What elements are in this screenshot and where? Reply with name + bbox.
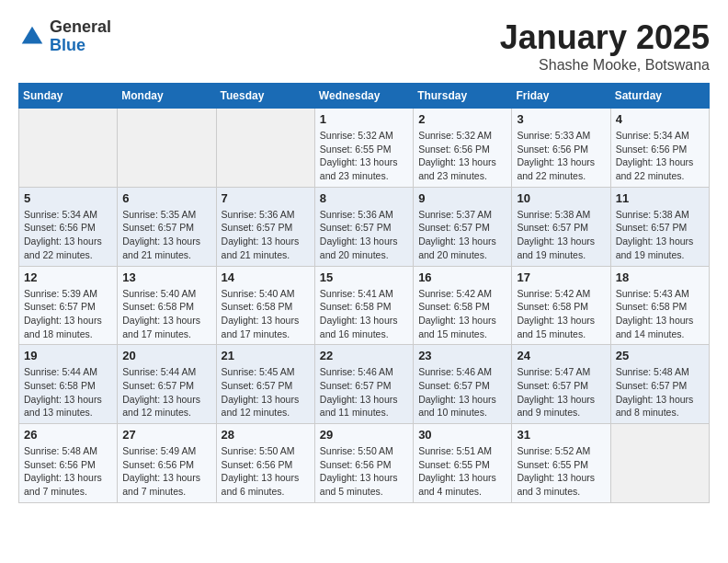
day-cell: 8Sunrise: 5:36 AM Sunset: 6:57 PM Daylig… [314, 187, 413, 266]
day-info: Sunrise: 5:41 AM Sunset: 6:58 PM Dayligh… [320, 287, 408, 341]
calendar-subtitle: Shashe Mooke, Botswana [500, 57, 710, 74]
day-number: 5 [24, 191, 112, 205]
day-cell: 29Sunrise: 5:50 AM Sunset: 6:56 PM Dayli… [314, 424, 413, 503]
day-cell: 1Sunrise: 5:32 AM Sunset: 6:55 PM Daylig… [314, 109, 413, 188]
day-info: Sunrise: 5:52 AM Sunset: 6:55 PM Dayligh… [517, 444, 605, 499]
day-info: Sunrise: 5:43 AM Sunset: 6:58 PM Dayligh… [616, 287, 704, 341]
day-info: Sunrise: 5:36 AM Sunset: 6:57 PM Dayligh… [222, 208, 310, 262]
day-number: 16 [418, 270, 506, 284]
day-number: 3 [517, 112, 605, 126]
day-cell: 6Sunrise: 5:35 AM Sunset: 6:57 PM Daylig… [118, 187, 216, 266]
page-header: General Blue January 2025 Shashe Mooke, … [18, 18, 710, 74]
day-cell: 28Sunrise: 5:50 AM Sunset: 6:56 PM Dayli… [216, 424, 314, 503]
header-cell-sunday: Sunday [19, 84, 118, 109]
day-number: 9 [418, 191, 506, 205]
day-info: Sunrise: 5:42 AM Sunset: 6:58 PM Dayligh… [418, 287, 506, 341]
day-number: 7 [222, 191, 310, 205]
day-info: Sunrise: 5:46 AM Sunset: 6:57 PM Dayligh… [418, 365, 506, 419]
day-number: 28 [222, 428, 310, 442]
logo-general: General [50, 17, 111, 36]
day-info: Sunrise: 5:46 AM Sunset: 6:57 PM Dayligh… [320, 365, 408, 419]
day-cell: 25Sunrise: 5:48 AM Sunset: 6:57 PM Dayli… [610, 345, 709, 424]
day-cell: 12Sunrise: 5:39 AM Sunset: 6:57 PM Dayli… [19, 266, 118, 345]
day-cell: 14Sunrise: 5:40 AM Sunset: 6:58 PM Dayli… [216, 266, 314, 345]
calendar-header: SundayMondayTuesdayWednesdayThursdayFrid… [19, 84, 710, 109]
day-cell: 10Sunrise: 5:38 AM Sunset: 6:57 PM Dayli… [512, 187, 610, 266]
day-info: Sunrise: 5:32 AM Sunset: 6:56 PM Dayligh… [418, 129, 506, 183]
week-row-4: 26Sunrise: 5:48 AM Sunset: 6:56 PM Dayli… [19, 424, 710, 503]
day-info: Sunrise: 5:50 AM Sunset: 6:56 PM Dayligh… [222, 444, 310, 499]
day-info: Sunrise: 5:48 AM Sunset: 6:56 PM Dayligh… [24, 444, 112, 499]
day-info: Sunrise: 5:44 AM Sunset: 6:58 PM Dayligh… [24, 365, 112, 419]
day-cell: 30Sunrise: 5:51 AM Sunset: 6:55 PM Dayli… [414, 424, 512, 503]
day-cell [118, 109, 216, 188]
day-info: Sunrise: 5:39 AM Sunset: 6:57 PM Dayligh… [24, 287, 112, 341]
calendar-body: 1Sunrise: 5:32 AM Sunset: 6:55 PM Daylig… [19, 109, 710, 503]
day-cell: 3Sunrise: 5:33 AM Sunset: 6:56 PM Daylig… [512, 109, 610, 188]
day-number: 24 [517, 349, 605, 362]
svg-marker-0 [22, 27, 43, 44]
title-block: January 2025 Shashe Mooke, Botswana [500, 18, 710, 74]
day-number: 15 [320, 270, 408, 284]
logo-text: General Blue [50, 18, 111, 55]
day-info: Sunrise: 5:50 AM Sunset: 6:56 PM Dayligh… [320, 444, 408, 499]
day-number: 12 [24, 270, 112, 284]
day-info: Sunrise: 5:40 AM Sunset: 6:58 PM Dayligh… [122, 287, 210, 341]
day-cell: 11Sunrise: 5:38 AM Sunset: 6:57 PM Dayli… [610, 187, 709, 266]
day-number: 2 [418, 112, 506, 126]
day-number: 11 [616, 191, 704, 205]
day-number: 13 [122, 270, 210, 284]
day-number: 30 [418, 428, 506, 442]
day-cell: 20Sunrise: 5:44 AM Sunset: 6:57 PM Dayli… [118, 345, 216, 424]
day-cell: 16Sunrise: 5:42 AM Sunset: 6:58 PM Dayli… [414, 266, 512, 345]
day-cell: 5Sunrise: 5:34 AM Sunset: 6:56 PM Daylig… [19, 187, 118, 266]
day-info: Sunrise: 5:37 AM Sunset: 6:57 PM Dayligh… [418, 208, 506, 262]
day-info: Sunrise: 5:42 AM Sunset: 6:58 PM Dayligh… [517, 287, 605, 341]
day-cell: 27Sunrise: 5:49 AM Sunset: 6:56 PM Dayli… [118, 424, 216, 503]
week-row-1: 5Sunrise: 5:34 AM Sunset: 6:56 PM Daylig… [19, 187, 710, 266]
day-cell: 4Sunrise: 5:34 AM Sunset: 6:56 PM Daylig… [610, 109, 709, 188]
day-info: Sunrise: 5:38 AM Sunset: 6:57 PM Dayligh… [616, 208, 704, 262]
logo-icon [18, 23, 46, 51]
week-row-3: 19Sunrise: 5:44 AM Sunset: 6:58 PM Dayli… [19, 345, 710, 424]
header-cell-tuesday: Tuesday [216, 84, 314, 109]
day-info: Sunrise: 5:32 AM Sunset: 6:55 PM Dayligh… [320, 129, 408, 183]
day-cell: 26Sunrise: 5:48 AM Sunset: 6:56 PM Dayli… [19, 424, 118, 503]
day-info: Sunrise: 5:40 AM Sunset: 6:58 PM Dayligh… [222, 287, 310, 341]
day-info: Sunrise: 5:44 AM Sunset: 6:57 PM Dayligh… [122, 365, 210, 419]
day-number: 6 [122, 191, 210, 205]
day-info: Sunrise: 5:51 AM Sunset: 6:55 PM Dayligh… [418, 444, 506, 499]
day-cell [216, 109, 314, 188]
header-cell-friday: Friday [512, 84, 610, 109]
day-cell: 21Sunrise: 5:45 AM Sunset: 6:57 PM Dayli… [216, 345, 314, 424]
header-cell-wednesday: Wednesday [314, 84, 413, 109]
day-number: 27 [122, 428, 210, 442]
day-cell: 23Sunrise: 5:46 AM Sunset: 6:57 PM Dayli… [414, 345, 512, 424]
day-info: Sunrise: 5:34 AM Sunset: 6:56 PM Dayligh… [24, 208, 112, 262]
day-info: Sunrise: 5:33 AM Sunset: 6:56 PM Dayligh… [517, 129, 605, 183]
day-number: 19 [24, 349, 112, 362]
day-info: Sunrise: 5:45 AM Sunset: 6:57 PM Dayligh… [222, 365, 310, 419]
day-info: Sunrise: 5:36 AM Sunset: 6:57 PM Dayligh… [320, 208, 408, 262]
day-number: 18 [616, 270, 704, 284]
day-number: 20 [122, 349, 210, 362]
day-info: Sunrise: 5:47 AM Sunset: 6:57 PM Dayligh… [517, 365, 605, 419]
day-number: 8 [320, 191, 408, 205]
day-cell [19, 109, 118, 188]
day-info: Sunrise: 5:38 AM Sunset: 6:57 PM Dayligh… [517, 208, 605, 262]
day-number: 21 [222, 349, 310, 362]
day-cell: 13Sunrise: 5:40 AM Sunset: 6:58 PM Dayli… [118, 266, 216, 345]
day-number: 23 [418, 349, 506, 362]
day-number: 17 [517, 270, 605, 284]
day-info: Sunrise: 5:48 AM Sunset: 6:57 PM Dayligh… [616, 365, 704, 419]
week-row-0: 1Sunrise: 5:32 AM Sunset: 6:55 PM Daylig… [19, 109, 710, 188]
day-info: Sunrise: 5:49 AM Sunset: 6:56 PM Dayligh… [122, 444, 210, 499]
logo-blue: Blue [50, 36, 85, 54]
header-row: SundayMondayTuesdayWednesdayThursdayFrid… [19, 84, 710, 109]
day-cell: 22Sunrise: 5:46 AM Sunset: 6:57 PM Dayli… [314, 345, 413, 424]
day-cell: 2Sunrise: 5:32 AM Sunset: 6:56 PM Daylig… [414, 109, 512, 188]
day-cell: 19Sunrise: 5:44 AM Sunset: 6:58 PM Dayli… [19, 345, 118, 424]
calendar-title: January 2025 [500, 18, 710, 57]
day-cell: 17Sunrise: 5:42 AM Sunset: 6:58 PM Dayli… [512, 266, 610, 345]
day-number: 14 [222, 270, 310, 284]
